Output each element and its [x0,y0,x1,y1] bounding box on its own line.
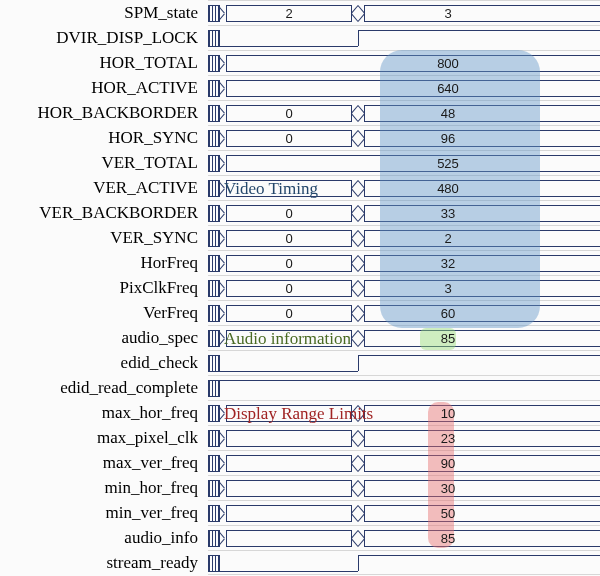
signal-label: audio_info [0,525,208,550]
signal-wave: 03 [208,275,600,300]
signal-label: max_ver_freq [0,450,208,475]
signal-wave: 640 [208,75,600,100]
signal-label: HOR_BACKBORDER [0,100,208,125]
signal-wave: 30 [208,475,600,500]
signal-row: DVIR_DISP_LOCK [0,25,600,50]
signal-wave: 800 [208,50,600,75]
signal-wave [208,375,600,400]
signal-row: VER_SYNC02 [0,225,600,250]
signal-label: VerFreq [0,300,208,325]
signal-row: max_hor_freq10Display Range Limits [0,400,600,425]
bus-value-after: 30 [408,480,488,497]
signal-row: HorFreq032 [0,250,600,275]
signal-row: audio_spec85Audio information [0,325,600,350]
signal-wave: 048 [208,100,600,125]
signal-row: max_ver_freq90 [0,450,600,475]
signal-row: min_ver_freq50 [0,500,600,525]
signal-wave [208,350,600,375]
signal-label: VER_BACKBORDER [0,200,208,225]
bus-value-before: 0 [220,305,358,322]
signal-wave: 90 [208,450,600,475]
signal-row: HOR_TOTAL800 [0,50,600,75]
signal-label: HOR_ACTIVE [0,75,208,100]
bus-value-after: 640 [408,80,488,97]
signal-label: min_ver_freq [0,500,208,525]
signal-row: min_hor_freq30 [0,475,600,500]
bus-value-before: 0 [220,230,358,247]
signal-label: max_pixel_clk [0,425,208,450]
signal-wave: 85 [208,525,600,550]
signal-label: DVIR_DISP_LOCK [0,25,208,50]
bus-value-after: 2 [408,230,488,247]
bus-value-before: 0 [220,280,358,297]
signal-row: edid_read_complete [0,375,600,400]
signal-wave: 096 [208,125,600,150]
bus-value-after: 33 [408,205,488,222]
bus-value-before: 0 [220,130,358,147]
signal-label: HOR_TOTAL [0,50,208,75]
bus-value-after: 32 [408,255,488,272]
signal-wave [208,25,600,50]
bus-value-before: 2 [220,5,358,22]
signal-wave [208,550,600,575]
signal-row: VerFreq060 [0,300,600,325]
signal-label: min_hor_freq [0,475,208,500]
signal-wave: 02 [208,225,600,250]
bus-value-after: 23 [408,430,488,447]
bus-value-after: 90 [408,455,488,472]
bus-value-before: 0 [220,255,358,272]
bus-value-after: 3 [408,5,488,22]
signal-row: HOR_SYNC096 [0,125,600,150]
bus-value-after: 3 [408,280,488,297]
signal-wave: 525 [208,150,600,175]
signal-row: VER_ACTIVE480Video Timing [0,175,600,200]
signal-label: PixClkFreq [0,275,208,300]
bus-value-after: 525 [408,155,488,172]
signal-wave: 060 [208,300,600,325]
signal-label: max_hor_freq [0,400,208,425]
signal-wave: 032 [208,250,600,275]
bus-value-after: 800 [408,55,488,72]
signal-row: HOR_ACTIVE640 [0,75,600,100]
signal-row: PixClkFreq03 [0,275,600,300]
bus-value-before: 0 [220,105,358,122]
signal-row: HOR_BACKBORDER048 [0,100,600,125]
signal-label: VER_TOTAL [0,150,208,175]
bus-value-after: 85 [408,330,488,347]
signal-wave: 23 [208,425,600,450]
signal-row: stream_ready [0,550,600,575]
signal-wave: 033 [208,200,600,225]
signal-label: edid_check [0,350,208,375]
signal-row: max_pixel_clk23 [0,425,600,450]
signal-label: SPM_state [0,0,208,25]
signal-row: VER_TOTAL525 [0,150,600,175]
signal-wave: 480Video Timing [208,175,600,200]
signal-label: VER_ACTIVE [0,175,208,200]
signal-wave: 85Audio information [208,325,600,350]
signal-wave: 23 [208,0,600,25]
signal-label: stream_ready [0,550,208,575]
bus-value-before: 0 [220,205,358,222]
bus-value-after: 96 [408,130,488,147]
bus-value-after: 60 [408,305,488,322]
signal-label: audio_spec [0,325,208,350]
signal-row: VER_BACKBORDER033 [0,200,600,225]
bus-value-after: 48 [408,105,488,122]
signal-wave: 50 [208,500,600,525]
signal-wave: 10Display Range Limits [208,400,600,425]
signal-label: HOR_SYNC [0,125,208,150]
bus-value-after: 50 [408,505,488,522]
waveform-viewer: SPM_state23DVIR_DISP_LOCKHOR_TOTAL800HOR… [0,0,600,576]
bus-value-after: 85 [408,530,488,547]
signal-row: audio_info85 [0,525,600,550]
bus-value-after: 10 [408,405,488,422]
signal-label: HorFreq [0,250,208,275]
bus-value-after: 480 [408,180,488,197]
signal-label: VER_SYNC [0,225,208,250]
signal-row: SPM_state23 [0,0,600,25]
signal-label: edid_read_complete [0,375,208,400]
signal-row: edid_check [0,350,600,375]
